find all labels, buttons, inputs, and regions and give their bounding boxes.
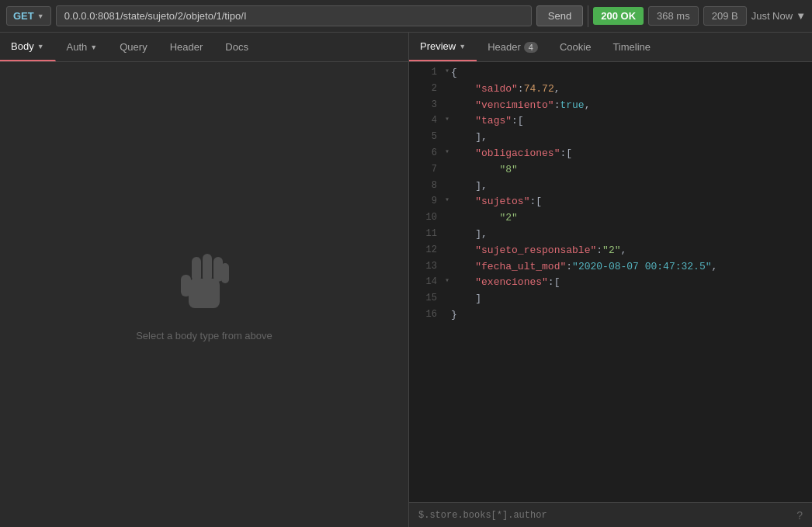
- jsonpath-input[interactable]: [418, 510, 796, 521]
- svg-rect-3: [203, 254, 212, 282]
- header-count-badge: 4: [524, 42, 538, 53]
- tab-response-header-label: Header: [488, 41, 521, 53]
- code-line: 15 ▾ ]: [409, 291, 812, 307]
- help-icon[interactable]: ?: [796, 509, 803, 522]
- code-line: 1 ▾ {: [409, 65, 812, 81]
- time-badge: 368 ms: [648, 6, 699, 26]
- send-button[interactable]: Send: [536, 5, 583, 26]
- svg-rect-5: [221, 263, 229, 283]
- right-panel: Preview ▼ Header 4 Cookie Timeline 1 ▾ {: [409, 33, 812, 527]
- timestamp-button[interactable]: Just Now ▼: [751, 10, 806, 22]
- status-badge: 200 OK: [593, 7, 644, 25]
- method-select[interactable]: GET ▼: [6, 6, 51, 26]
- left-panel: Body ▼ Auth ▼ Query Header Docs: [0, 33, 409, 527]
- left-tabs: Body ▼ Auth ▼ Query Header Docs: [0, 33, 408, 62]
- code-line: 4 ▾ "tags": [: [409, 113, 812, 130]
- code-line: 7 ▾ "8": [409, 162, 812, 179]
- tab-preview[interactable]: Preview ▼: [409, 33, 477, 61]
- code-line: 3 ▾ "vencimiento": true,: [409, 98, 812, 114]
- code-line: 14 ▾ "exenciones": [: [409, 275, 812, 291]
- tab-cookie[interactable]: Cookie: [549, 33, 602, 61]
- no-body-text: Select a body type from above: [136, 330, 272, 342]
- tab-header[interactable]: Header: [159, 33, 215, 61]
- divider: [588, 5, 588, 27]
- tab-timeline[interactable]: Timeline: [602, 33, 661, 61]
- code-line: 12 ▾ "sujeto_responsable": "2",: [409, 243, 812, 259]
- code-line: 13 ▾ "fecha_ult_mod": "2020-08-07 00:47:…: [409, 259, 812, 276]
- tab-auth[interactable]: Auth ▼: [56, 33, 109, 61]
- top-bar: GET ▼ Send 200 OK 368 ms 209 B Just Now …: [0, 0, 812, 33]
- tab-body-chevron-icon: ▼: [37, 43, 44, 50]
- tab-header-label: Header: [170, 41, 203, 53]
- size-badge: 209 B: [703, 6, 747, 26]
- svg-rect-2: [192, 257, 201, 282]
- tab-preview-label: Preview: [420, 40, 456, 52]
- code-line: 10 ▾ "2": [409, 210, 812, 227]
- tab-auth-chevron-icon: ▼: [90, 43, 97, 51]
- tab-query[interactable]: Query: [109, 33, 158, 61]
- tab-docs[interactable]: Docs: [214, 33, 260, 61]
- timestamp-chevron-icon: ▼: [796, 10, 806, 22]
- code-line: 2 ▾ "saldo": 74.72,: [409, 81, 812, 98]
- left-body: Select a body type from above: [0, 62, 408, 527]
- tab-auth-label: Auth: [67, 41, 88, 53]
- tab-cookie-label: Cookie: [560, 41, 591, 53]
- code-line: 9 ▾ "sujetos": [: [409, 194, 812, 210]
- method-label: GET: [13, 10, 34, 22]
- right-tabs: Preview ▼ Header 4 Cookie Timeline: [409, 33, 812, 62]
- code-line: 8 ▾ ],: [409, 179, 812, 195]
- url-input[interactable]: [56, 5, 532, 26]
- wave-icon: [173, 248, 235, 317]
- code-line: 16 ▾ }: [409, 307, 812, 324]
- code-line: 6 ▾ "obligaciones": [: [409, 146, 812, 162]
- svg-rect-0: [189, 279, 220, 308]
- code-area[interactable]: 1 ▾ { 2 ▾ "saldo": 74.72, 3 ▾ "vencimien…: [409, 62, 812, 502]
- main-layout: Body ▼ Auth ▼ Query Header Docs: [0, 33, 812, 527]
- method-chevron-icon: ▼: [37, 12, 44, 20]
- bottom-bar: ?: [409, 502, 812, 527]
- tab-body-label: Body: [11, 40, 34, 52]
- tab-preview-chevron-icon: ▼: [459, 43, 466, 50]
- tab-query-label: Query: [120, 41, 147, 53]
- svg-rect-1: [181, 275, 191, 296]
- tab-response-header[interactable]: Header 4: [477, 33, 549, 61]
- timestamp-label: Just Now: [751, 10, 793, 22]
- code-line: 11 ▾ ],: [409, 227, 812, 243]
- tab-timeline-label: Timeline: [612, 41, 651, 53]
- tab-body[interactable]: Body ▼: [0, 33, 56, 61]
- code-line: 5 ▾ ],: [409, 130, 812, 146]
- tab-docs-label: Docs: [225, 41, 248, 53]
